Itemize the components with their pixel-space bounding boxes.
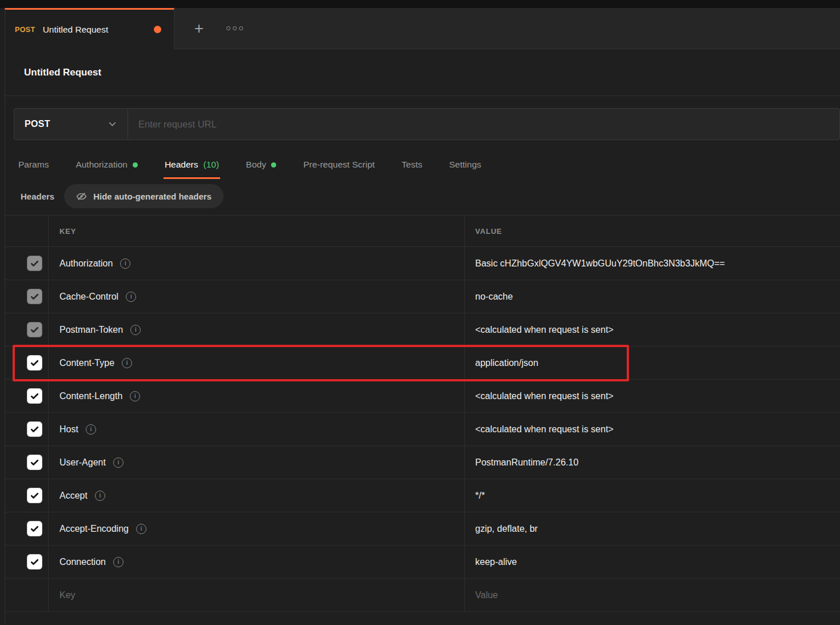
info-icon[interactable]: i	[126, 292, 136, 302]
tab-params-label: Params	[18, 160, 49, 170]
row-checkbox[interactable]	[27, 289, 42, 304]
header-value: <calculated when request is sent>	[475, 391, 614, 401]
tab-authorization[interactable]: Authorization	[74, 160, 138, 179]
row-checkbox[interactable]	[27, 455, 42, 469]
eye-slash-icon	[76, 192, 87, 201]
value-cell[interactable]: <calculated when request is sent>	[465, 413, 840, 445]
value-cell[interactable]: <calculated when request is sent>	[465, 380, 840, 412]
table-row-authorization: Authorization i Basic cHZhbGxlQGV4YW1wbG…	[5, 247, 840, 280]
key-cell[interactable]: Postman-Token i	[49, 313, 465, 346]
tab-prerequest-script[interactable]: Pre-request Script	[302, 160, 376, 179]
new-header-value-input[interactable]	[475, 590, 803, 600]
value-cell[interactable]: no-cache	[465, 280, 840, 313]
header-value: application/json	[475, 358, 538, 368]
row-checkbox[interactable]	[27, 323, 42, 337]
tab-body[interactable]: Body	[245, 160, 277, 179]
header-key: Postman-Token	[59, 325, 123, 335]
tab-headers[interactable]: Headers (10)	[164, 160, 220, 179]
info-icon[interactable]: i	[113, 557, 124, 567]
request-tab-bar: POST Untitled Request +	[0, 8, 840, 49]
value-cell[interactable]: gzip, deflate, br	[465, 512, 840, 545]
header-value: <calculated when request is sent>	[475, 325, 614, 335]
header-value: Basic cHZhbGxlQGV4YW1wbGUuY29tOnBhc3N3b3…	[475, 258, 725, 269]
window-top-strip	[0, 0, 840, 8]
url-section: POST	[5, 96, 840, 140]
header-key: Host	[59, 424, 78, 435]
key-cell[interactable]: Authorization i	[49, 247, 465, 280]
more-options-icon	[226, 26, 243, 30]
table-row-accept-encoding: Accept-Encoding i gzip, deflate, br	[5, 512, 840, 546]
tab-body-label: Body	[246, 160, 266, 170]
headers-section-label: Headers	[21, 192, 54, 201]
value-cell[interactable]: <calculated when request is sent>	[465, 313, 840, 346]
key-cell[interactable]: Cache-Control i	[49, 280, 465, 313]
authorization-status-dot	[133, 162, 138, 168]
tab-options-button[interactable]	[225, 19, 244, 38]
hide-auto-generated-headers-button[interactable]: Hide auto-generated headers	[64, 184, 224, 208]
header-key: Content-Type	[59, 358, 114, 368]
info-icon[interactable]: i	[136, 524, 146, 534]
plus-icon: +	[194, 21, 204, 37]
info-icon[interactable]: i	[122, 358, 132, 368]
headers-count-badge: (10)	[203, 160, 219, 170]
row-checkbox[interactable]	[27, 522, 42, 536]
empty-select-cell	[5, 579, 49, 611]
value-cell[interactable]: keep-alive	[465, 546, 840, 578]
info-icon[interactable]: i	[130, 391, 140, 401]
info-icon[interactable]: i	[130, 325, 141, 335]
method-dropdown[interactable]: POST	[14, 109, 128, 140]
table-row-accept: Accept i */*	[5, 479, 840, 512]
tab-method-badge: POST	[15, 26, 35, 34]
request-url-input[interactable]	[128, 109, 839, 140]
table-row-content-length: Content-Length i <calculated when reques…	[5, 380, 840, 413]
tab-headers-label: Headers	[165, 160, 198, 170]
method-dropdown-value: POST	[25, 119, 50, 129]
header-value: PostmanRuntime/7.26.10	[475, 457, 579, 468]
row-checkbox[interactable]	[27, 256, 42, 270]
chevron-down-icon	[109, 122, 116, 127]
tab-params[interactable]: Params	[17, 160, 50, 179]
tab-settings-label: Settings	[449, 160, 481, 170]
key-cell[interactable]: Host i	[49, 413, 465, 445]
key-cell[interactable]: Accept i	[49, 479, 465, 512]
row-checkbox[interactable]	[27, 389, 42, 403]
new-header-key-input[interactable]	[59, 590, 424, 600]
table-row-cache-control: Cache-Control i no-cache	[5, 280, 840, 313]
header-value: no-cache	[475, 292, 513, 302]
key-cell[interactable]: Content-Length i	[49, 380, 465, 412]
value-cell[interactable]: PostmanRuntime/7.26.10	[465, 446, 840, 479]
key-cell[interactable]: User-Agent i	[49, 446, 465, 479]
value-cell[interactable]: Basic cHZhbGxlQGV4YW1wbGUuY29tOnBhc3N3b3…	[465, 247, 840, 280]
tab-title: Untitled Request	[43, 25, 109, 35]
value-cell[interactable]: */*	[465, 479, 840, 512]
info-icon[interactable]: i	[95, 491, 105, 501]
tab-tests[interactable]: Tests	[400, 160, 423, 179]
request-subtabs: Params Authorization Headers (10) Body P…	[5, 140, 840, 179]
key-column-header: KEY	[59, 227, 76, 236]
postman-window: POST Untitled Request + Untitled Request…	[0, 0, 840, 625]
table-row-content-type: Content-Type i application/json	[5, 347, 840, 380]
header-key: Accept	[59, 491, 87, 501]
row-checkbox[interactable]	[27, 356, 42, 370]
header-key: Content-Length	[59, 391, 122, 401]
info-icon[interactable]: i	[113, 457, 124, 468]
value-cell[interactable]: application/json	[465, 347, 840, 379]
row-checkbox[interactable]	[27, 422, 42, 436]
new-tab-button[interactable]: +	[189, 19, 209, 38]
hide-auto-generated-headers-label: Hide auto-generated headers	[93, 192, 212, 201]
table-row-postman-token: Postman-Token i <calculated when request…	[5, 313, 840, 347]
header-key: Connection	[59, 557, 106, 567]
unsaved-indicator-dot	[154, 26, 161, 33]
tab-untitled-request[interactable]: POST Untitled Request	[5, 8, 174, 49]
select-column-header	[5, 216, 49, 246]
key-cell[interactable]: Connection i	[49, 546, 465, 578]
row-checkbox[interactable]	[27, 488, 42, 503]
info-icon[interactable]: i	[120, 258, 130, 269]
key-cell[interactable]: Accept-Encoding i	[49, 512, 465, 545]
row-checkbox[interactable]	[27, 555, 42, 569]
info-icon[interactable]: i	[86, 424, 96, 435]
key-cell[interactable]: Content-Type i	[49, 347, 465, 379]
headers-table: KEY VALUE Authorization i Basic cHZhbGxl…	[5, 215, 840, 612]
tab-settings[interactable]: Settings	[448, 160, 483, 179]
table-row-user-agent: User-Agent i PostmanRuntime/7.26.10	[5, 446, 840, 479]
